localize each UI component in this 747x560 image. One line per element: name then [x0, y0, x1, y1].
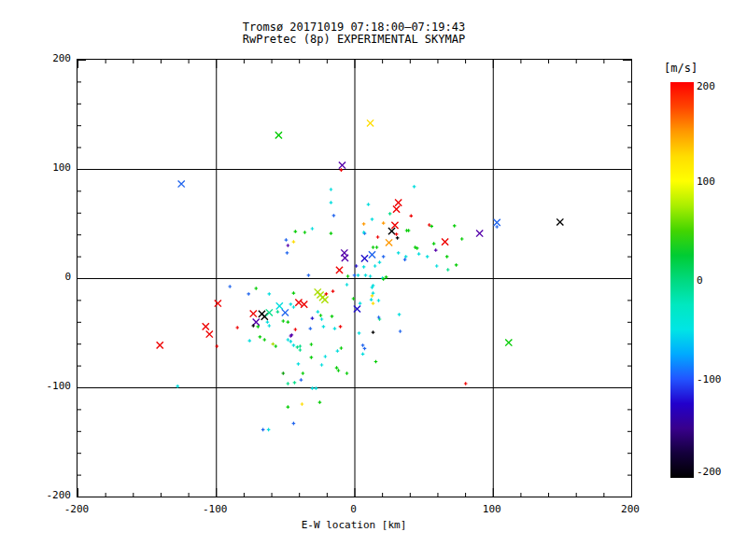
data-point-x: [476, 230, 483, 236]
data-point: [372, 330, 375, 334]
data-point: [285, 238, 289, 242]
data-point: [315, 386, 318, 390]
data-point: [395, 232, 399, 236]
data-point: [297, 362, 301, 366]
data-point: [446, 268, 450, 272]
data-point: [281, 371, 285, 375]
data-point-x: [557, 218, 563, 225]
data-point: [247, 292, 250, 296]
x-axis-title: E-W location [km]: [77, 519, 631, 531]
colorbar-tick-label: -200: [697, 467, 740, 478]
data-point: [303, 231, 307, 234]
data-point-x: [395, 199, 402, 205]
data-point: [396, 236, 400, 240]
colorbar: [670, 82, 694, 478]
data-point-x: [275, 132, 282, 138]
data-point: [261, 428, 265, 432]
data-point: [377, 299, 381, 302]
data-point: [320, 317, 324, 321]
data-point: [268, 324, 272, 328]
data-point: [287, 320, 290, 324]
colorbar-tick-label: 0: [697, 275, 740, 287]
data-point: [294, 230, 298, 233]
data-point: [388, 212, 392, 216]
data-point: [268, 292, 272, 296]
data-point: [322, 325, 326, 329]
data-point-x: [339, 161, 345, 168]
data-point: [331, 315, 334, 318]
data-point-x: [203, 323, 209, 329]
data-point: [362, 265, 366, 269]
scatter-svg: [78, 60, 631, 497]
data-point: [372, 245, 375, 249]
data-point: [302, 371, 305, 375]
plot-subtitle: RwPretec (8p) EXPERIMENTAL SKYMAP: [77, 33, 631, 46]
data-point: [259, 335, 262, 339]
data-point: [445, 255, 449, 259]
plot-title: Tromsø 20171019 07:18:00–07:19:43: [77, 21, 631, 34]
data-point: [287, 338, 290, 342]
data-point: [345, 371, 349, 375]
y-tick-label: -200: [30, 490, 71, 501]
data-point-x: [342, 255, 348, 261]
data-point: [247, 339, 251, 343]
colorbar-units-label: [m/s]: [664, 62, 698, 75]
data-point: [374, 264, 377, 268]
data-point-x: [442, 238, 448, 245]
data-point: [404, 255, 408, 259]
data-point: [251, 324, 255, 328]
data-point: [403, 258, 407, 261]
data-point: [434, 248, 438, 252]
data-point: [346, 274, 350, 278]
data-point: [359, 301, 362, 305]
data-point: [345, 283, 349, 287]
data-point-x: [301, 301, 307, 308]
data-point: [281, 319, 285, 323]
data-point: [398, 313, 402, 316]
data-point: [397, 251, 401, 255]
data-point: [339, 325, 343, 329]
data-point: [409, 215, 413, 218]
data-point: [333, 327, 337, 330]
colorbar-tick-label: 200: [697, 81, 740, 92]
data-point: [276, 310, 280, 314]
colorbar-tick-label: 100: [697, 176, 740, 188]
data-point-x: [361, 255, 368, 261]
data-point-x: [295, 300, 302, 306]
data-point: [299, 348, 303, 352]
data-point: [460, 237, 464, 241]
data-point: [340, 346, 344, 350]
data-point: [309, 327, 313, 330]
data-point: [370, 298, 374, 301]
data-point: [287, 382, 290, 385]
data-point: [287, 244, 290, 247]
y-tick-label: -100: [30, 381, 71, 392]
data-point: [335, 366, 339, 370]
data-point: [358, 331, 361, 335]
x-tick-label: 200: [602, 504, 658, 515]
data-point: [292, 291, 296, 295]
skymap-screen: Tromsø 20171019 07:18:00–07:19:43 RwPret…: [0, 0, 747, 560]
data-point: [235, 326, 239, 329]
data-point: [310, 356, 314, 359]
data-point-x: [391, 222, 398, 229]
data-point: [294, 328, 298, 331]
data-point-x: [266, 309, 273, 315]
data-point: [361, 353, 365, 357]
data-point: [336, 349, 340, 353]
data-point: [371, 217, 374, 221]
x-tick-label: -200: [49, 504, 105, 515]
data-point: [262, 338, 266, 342]
data-point-x: [393, 205, 400, 212]
data-point-x: [282, 309, 289, 315]
data-point: [286, 251, 289, 255]
data-point: [289, 302, 293, 306]
data-point: [266, 320, 270, 324]
data-point: [292, 422, 296, 426]
data-point-x: [157, 342, 163, 348]
data-point: [228, 285, 232, 288]
data-point: [292, 240, 296, 244]
data-point: [267, 428, 271, 432]
data-point: [399, 329, 402, 333]
data-point: [426, 255, 430, 259]
